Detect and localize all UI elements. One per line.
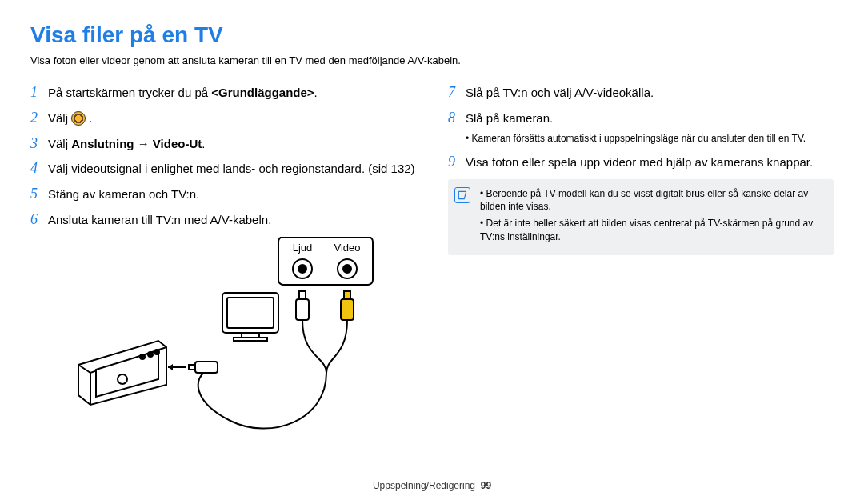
note-icon <box>454 187 470 203</box>
step-text: På startskärmen trycker du på <Grundlägg… <box>48 84 416 102</box>
svg-rect-5 <box>296 299 309 320</box>
note-box: Beroende på TV-modell kan du se visst di… <box>448 179 834 255</box>
svg-rect-8 <box>344 291 350 299</box>
page-footer: Uppspelning/Redigering 99 <box>0 480 864 491</box>
step-number: 6 <box>30 211 48 229</box>
svg-rect-12 <box>227 298 274 328</box>
svg-point-18 <box>154 350 159 354</box>
svg-rect-6 <box>299 291 306 299</box>
step-text: Ansluta kameran till TV:n med A/V-kabeln… <box>48 211 416 229</box>
step-subnote: Kameran försätts automatiskt i uppspelni… <box>466 132 834 146</box>
svg-rect-7 <box>341 299 354 320</box>
gear-icon <box>71 111 86 126</box>
svg-rect-10 <box>189 365 195 370</box>
svg-point-2 <box>298 265 306 273</box>
step-number: 9 <box>448 154 466 171</box>
step-7: 7 Slå på TV:n och välj A/V-videokälla. <box>448 84 834 102</box>
step-5: 5 Stäng av kameran och TV:n. <box>30 186 416 203</box>
svg-point-16 <box>140 354 145 359</box>
right-column: 7 Slå på TV:n och välj A/V-videokälla. 8… <box>448 84 834 447</box>
step-2: 2 Välj . <box>30 110 416 127</box>
step-6: 6 Ansluta kameran till TV:n med A/V-kabe… <box>30 211 416 229</box>
svg-rect-9 <box>195 362 218 373</box>
intro-text: Visa foton eller videor genom att anslut… <box>30 54 834 66</box>
left-column: 1 På startskärmen trycker du på <Grundlä… <box>30 84 416 447</box>
note-item: Det är inte heller säkert att bilden vis… <box>480 217 824 244</box>
step-text: Välj Anslutning → Video-Ut. <box>48 135 416 153</box>
svg-point-4 <box>343 265 351 273</box>
connection-diagram: Ljud Video <box>62 237 416 447</box>
step-text: Välj videoutsignal i enlighet med lands-… <box>48 160 416 178</box>
diagram-label-audio: Ljud <box>293 242 313 254</box>
step-text: Slå på TV:n och välj A/V-videokälla. <box>466 84 834 102</box>
step-text: Visa foton eller spela upp videor med hj… <box>466 154 834 171</box>
step-1: 1 På startskärmen trycker du på <Grundlä… <box>30 84 416 102</box>
step-number: 5 <box>30 186 48 203</box>
step-3: 3 Välj Anslutning → Video-Ut. <box>30 135 416 153</box>
page-title: Visa filer på en TV <box>30 22 834 48</box>
diagram-label-video: Video <box>334 242 360 254</box>
step-text: Slå på kameran. Kameran försätts automat… <box>466 110 834 146</box>
step-number: 8 <box>448 110 466 127</box>
svg-rect-14 <box>234 338 267 341</box>
svg-point-17 <box>148 352 153 357</box>
step-number: 4 <box>30 160 48 178</box>
note-item: Beroende på TV-modell kan du se visst di… <box>480 187 824 214</box>
step-4: 4 Välj videoutsignal i enlighet med land… <box>30 160 416 178</box>
step-9: 9 Visa foton eller spela upp videor med … <box>448 154 834 171</box>
step-number: 3 <box>30 135 48 153</box>
step-number: 1 <box>30 84 48 102</box>
step-8: 8 Slå på kameran. Kameran försätts autom… <box>448 110 834 146</box>
step-number: 2 <box>30 110 48 127</box>
step-number: 7 <box>448 84 466 102</box>
step-text: Stäng av kameran och TV:n. <box>48 186 416 203</box>
step-text: Välj . <box>48 110 416 127</box>
